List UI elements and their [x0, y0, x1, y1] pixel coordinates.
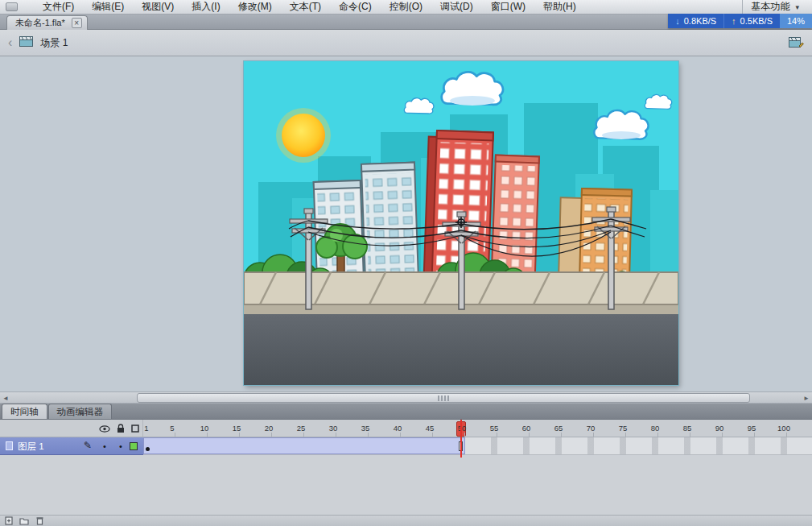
layer-name[interactable]: 图层 1 — [18, 441, 44, 453]
tab-timeline[interactable]: 时间轴 — [2, 404, 47, 419]
delete-layer-icon[interactable] — [35, 516, 44, 525]
menu-bar: 文件(F) 编辑(E) 视图(V) 插入(I) 修改(M) 文本(T) 命令(C… — [0, 0, 812, 14]
ruler-label: 60 — [518, 424, 534, 433]
panel-tab-bar: 时间轴 动画编辑器 — [0, 404, 812, 420]
frame-span-1-50[interactable] — [143, 437, 465, 454]
download-speed: ↓ 0.8KB/S — [668, 14, 723, 28]
menu-view[interactable]: 视图(V) — [133, 0, 183, 14]
sun[interactable] — [276, 108, 331, 163]
horizontal-scrollbar[interactable]: ◄ ► — [0, 391, 812, 404]
lock-all-layers-button[interactable] — [114, 423, 127, 434]
scrollbar-grip-icon — [438, 396, 449, 401]
ruler-label: 65 — [550, 424, 567, 433]
download-arrow-icon: ↓ — [675, 16, 680, 26]
new-layer-icon[interactable] — [4, 516, 14, 525]
pasteboard[interactable] — [0, 56, 812, 391]
ruler-label: 55 — [486, 424, 502, 433]
menu-edit[interactable]: 编辑(E) — [83, 0, 133, 14]
menu-control[interactable]: 控制(O) — [381, 0, 431, 14]
layer-lock-dot[interactable]: • — [114, 444, 127, 449]
new-folder-icon[interactable] — [19, 516, 29, 525]
menu-file[interactable]: 文件(F) — [34, 0, 83, 14]
ruler-label: 70 — [583, 424, 599, 433]
layer-row: 图层 1 ✎ • • — [0, 437, 812, 455]
ruler-label: 30 — [325, 424, 341, 433]
frame-grid[interactable] — [143, 437, 812, 455]
keyframe-dot[interactable] — [146, 447, 150, 451]
timeline-empty-area[interactable] — [0, 455, 812, 515]
ruler-label: 35 — [357, 424, 373, 433]
playhead-line[interactable] — [460, 420, 462, 458]
upload-speed-value: 0.5KB/S — [740, 16, 773, 26]
layer-1-header[interactable]: 图层 1 ✎ • • — [0, 437, 143, 455]
layer-type-icon — [6, 441, 13, 450]
ruler-label: 75 — [615, 424, 631, 433]
outline-square-icon — [131, 425, 139, 433]
menu-window[interactable]: 窗口(W) — [482, 0, 534, 14]
flash-application-window: 文件(F) 编辑(E) 视图(V) 插入(I) 修改(M) 文本(T) 命令(C… — [0, 0, 812, 526]
document-tab[interactable]: 未命名-1.fla* × — [6, 15, 88, 30]
timeline-panel: 1 5 10 15 20 25 30 35 40 45 50 55 60 65 … — [0, 420, 812, 526]
road[interactable] — [244, 314, 678, 385]
show-hide-all-layers-button[interactable] — [98, 423, 111, 434]
upload-arrow-icon: ↑ — [732, 16, 736, 26]
menu-items: 文件(F) 编辑(E) 视图(V) 插入(I) 修改(M) 文本(T) 命令(C… — [34, 0, 585, 14]
menu-commands[interactable]: 命令(C) — [330, 0, 381, 14]
ruler-ticks — [143, 433, 812, 437]
ruler-label: 40 — [390, 424, 406, 433]
layer-outline-color-swatch[interactable] — [130, 442, 138, 450]
percent-badge: 14% — [780, 14, 812, 28]
menu-modify[interactable]: 修改(M) — [229, 0, 281, 14]
percent-value: 14% — [787, 16, 805, 26]
layer-visibility-dot[interactable]: • — [98, 444, 111, 449]
ruler-label: 45 — [422, 424, 438, 433]
ruler-label: 95 — [744, 424, 760, 433]
app-logo-icon — [6, 2, 18, 11]
stage-canvas[interactable] — [244, 61, 678, 385]
network-speed-overlay: ↓ 0.8KB/S ↑ 0.5KB/S 14% — [668, 14, 812, 28]
pencil-icon: ✎ — [84, 440, 92, 451]
ruler-label-playhead: 50 — [454, 424, 470, 433]
document-tab-title: 未命名-1.fla* — [15, 17, 65, 29]
menu-text[interactable]: 文本(T) — [281, 0, 330, 14]
tab-motion-editor[interactable]: 动画编辑器 — [48, 404, 113, 419]
scene-breadcrumb[interactable]: 场景 1 — [40, 36, 68, 50]
chevron-down-icon: ▾ — [795, 3, 799, 11]
menu-debug[interactable]: 调试(D) — [431, 0, 482, 14]
ruler-label: 25 — [293, 424, 309, 433]
ruler-label: 1 — [143, 424, 155, 433]
eye-icon — [99, 425, 110, 433]
workspace-label: 基本功能 — [751, 0, 789, 14]
menu-help[interactable]: 帮助(H) — [534, 0, 585, 14]
menu-insert[interactable]: 插入(I) — [183, 0, 229, 14]
ruler-label: 5 — [164, 424, 180, 433]
ruler-label: 10 — [196, 424, 212, 433]
close-icon[interactable]: × — [72, 18, 82, 28]
scrollbar-thumb[interactable] — [137, 393, 750, 403]
ruler-label: 90 — [711, 424, 728, 433]
show-layers-as-outlines-button[interactable] — [129, 423, 142, 434]
ruler-label: 15 — [229, 424, 245, 433]
scroll-left-icon[interactable]: ◄ — [0, 393, 11, 404]
frame-ruler[interactable]: 1 5 10 15 20 25 30 35 40 45 50 55 60 65 … — [143, 420, 812, 437]
ruler-label: 85 — [679, 424, 695, 433]
scene-icon — [19, 36, 33, 49]
timeline-status-bar — [0, 515, 812, 526]
ruler-label: 80 — [647, 424, 663, 433]
ruler-label: 100 — [776, 424, 792, 433]
layer-controls-header — [0, 420, 143, 437]
back-arrow-icon[interactable]: ‹ — [8, 37, 12, 48]
edit-bar: ‹ 场景 1 — [0, 30, 812, 56]
lock-icon — [117, 424, 125, 433]
upload-speed: ↑ 0.5KB/S — [723, 14, 780, 28]
ruler-label: 20 — [261, 424, 277, 433]
workspace-switcher[interactable]: 基本功能 ▾ — [742, 0, 807, 14]
edit-symbols-icon[interactable] — [789, 36, 804, 51]
scroll-right-icon[interactable]: ► — [801, 393, 812, 404]
download-speed-value: 0.8KB/S — [684, 16, 716, 26]
